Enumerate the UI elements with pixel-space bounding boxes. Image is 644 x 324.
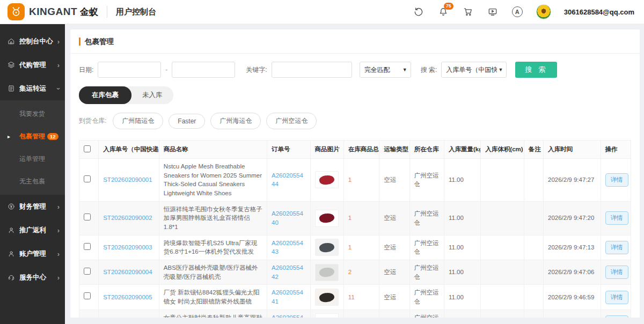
row-checkbox[interactable]: [84, 268, 91, 275]
user-email[interactable]: 3061628584@qq.com: [564, 8, 634, 16]
in-stock-quantity[interactable]: 1: [343, 201, 379, 235]
in-stock-quantity[interactable]: 11: [343, 285, 379, 310]
row-select-cell: [79, 310, 99, 318]
product-image-cell: [310, 310, 343, 318]
row-checkbox[interactable]: [84, 213, 91, 220]
entry-volume: [481, 310, 524, 318]
row-checkbox[interactable]: [84, 175, 91, 182]
sidebar-nav: 控制台中心 › 代购管理 › 集运转运 › 我要发货 ▸ 包裹管理: [0, 24, 65, 324]
chip-guangzhou-sea[interactable]: 广州海运仓: [210, 113, 261, 129]
detail-button[interactable]: 详情: [605, 211, 628, 225]
col-order-no: 订单号: [267, 141, 310, 159]
table-body: ST202602090001 Nstcu Apple Mesh Breathab…: [79, 159, 631, 318]
order-number-link[interactable]: A2602055439: [267, 310, 310, 318]
history-icon[interactable]: [413, 6, 425, 18]
col-entry-time: 入库时间: [544, 141, 601, 159]
actions-cell: 详情: [601, 285, 631, 310]
row-checkbox[interactable]: [84, 243, 91, 250]
match-mode-select[interactable]: 完全匹配 ▼: [360, 62, 411, 78]
tab-not-arrived[interactable]: 未入库: [131, 86, 173, 104]
row-checkbox[interactable]: [84, 292, 91, 299]
entry-number-link[interactable]: ST202602090004: [99, 260, 159, 285]
sidebar-item-finance[interactable]: 财务管理 ›: [0, 195, 65, 218]
sidebar-item-promotion-rebate[interactable]: 推广返利 ›: [0, 218, 65, 242]
submenu-item-i-want-to-ship[interactable]: 我要发货: [0, 102, 65, 125]
in-stock-quantity[interactable]: 1: [343, 310, 379, 318]
product-image[interactable]: [315, 239, 339, 256]
cart-icon[interactable]: [462, 6, 474, 18]
in-stock-quantity[interactable]: 2: [343, 260, 379, 285]
col-actions: 操作: [601, 141, 631, 159]
chip-faster[interactable]: Faster: [169, 114, 205, 129]
entry-time: 2026/2/9 9:46:59: [544, 285, 601, 310]
entry-number-link[interactable]: ST202602090007: [99, 310, 159, 318]
entry-number-link[interactable]: ST202602090001: [99, 159, 159, 202]
detail-button[interactable]: 详情: [605, 315, 628, 318]
entry-weight: 11.00: [444, 201, 480, 235]
submenu-item-unclaimed-packages[interactable]: 无主包裹: [0, 170, 65, 193]
date-from-input[interactable]: [98, 62, 161, 78]
product-image-cell: [310, 159, 343, 202]
sidebar-item-purchasing[interactable]: 代购管理 ›: [0, 53, 65, 77]
keyword-input[interactable]: [272, 62, 352, 78]
detail-button[interactable]: 详情: [605, 241, 628, 254]
product-image[interactable]: [315, 289, 339, 306]
product-image[interactable]: [315, 264, 339, 281]
remark: [524, 310, 543, 318]
tab-in-warehouse[interactable]: 在库包裹: [79, 86, 131, 104]
table-header-row: 入库单号（中国快递单号） 商品名称 订单号 商品图片 在库商品总数 运输类型 所…: [79, 141, 631, 159]
table-row: ST202602090003 跨境爆款智能手机S25 Ultra厂家现货6.8寸…: [79, 235, 631, 260]
order-number-link[interactable]: A2602055443: [267, 235, 310, 260]
entry-time: 2026/2/9 9:46:52: [544, 310, 601, 318]
sidebar-item-service-center[interactable]: 服务中心 ›: [0, 266, 65, 289]
detail-button[interactable]: 详情: [605, 266, 628, 279]
in-stock-quantity[interactable]: 1: [343, 235, 379, 260]
search-button[interactable]: 搜 索: [515, 62, 557, 78]
product-image-cell: [310, 201, 343, 235]
video-icon[interactable]: [487, 6, 499, 18]
order-number-link[interactable]: A2602055444: [267, 159, 310, 202]
entry-number-link[interactable]: ST202602090005: [99, 285, 159, 310]
app-window: KINGANT 金蚁 用户控制台 75 A 3061628584@qq.com: [0, 0, 644, 324]
order-number-link[interactable]: A2602055441: [267, 285, 310, 310]
chevron-right-icon: ›: [57, 226, 60, 234]
top-header: KINGANT 金蚁 用户控制台 75 A 3061628584@qq.com: [0, 0, 644, 24]
sidebar-item-console-center[interactable]: 控制台中心 ›: [0, 30, 65, 53]
actions-cell: 详情: [601, 260, 631, 285]
table-row: ST202602090001 Nstcu Apple Mesh Breathab…: [79, 159, 631, 202]
product-image[interactable]: [315, 210, 339, 227]
remark: [524, 260, 543, 285]
date-to-input[interactable]: [172, 62, 235, 78]
entry-volume: [481, 285, 524, 310]
detail-button[interactable]: 详情: [605, 291, 628, 304]
sidebar-item-consolidation[interactable]: 集运转运 ›: [0, 77, 65, 100]
product-image[interactable]: [315, 171, 339, 188]
search-type-select[interactable]: 入库单号（中国快递单号） ▼: [441, 62, 507, 78]
brand-logo[interactable]: [8, 3, 25, 20]
date-range-separator: -: [165, 66, 167, 73]
chip-guangzhou-land[interactable]: 广州陆运仓: [113, 113, 163, 129]
order-number-link[interactable]: A2602055440: [267, 201, 310, 235]
chevron-right-icon: ›: [57, 38, 60, 46]
product-image[interactable]: [315, 313, 339, 318]
keyword-label: 关键字:: [246, 65, 267, 75]
submenu-item-waybill-management[interactable]: 运单管理: [0, 148, 65, 170]
submenu-item-package-management[interactable]: ▸ 包裹管理 12: [0, 125, 65, 148]
col-entry-no: 入库单号（中国快递单号）: [99, 141, 159, 159]
entry-number-link[interactable]: ST202602090002: [99, 201, 159, 235]
assistant-icon[interactable]: A: [511, 6, 523, 18]
user-avatar[interactable]: [536, 4, 551, 19]
notifications-bell-icon[interactable]: 75: [437, 6, 449, 18]
package-status-tabs: 在库包裹 未入库: [79, 86, 173, 104]
entry-weight: 11.00: [444, 235, 480, 260]
entry-number-link[interactable]: ST202602090003: [99, 235, 159, 260]
sidebar-item-account-management[interactable]: 账户管理 ›: [0, 242, 65, 266]
detail-button[interactable]: 详情: [605, 173, 628, 187]
chip-guangzhou-air[interactable]: 广州空运仓: [266, 113, 317, 129]
user-icon: [8, 250, 15, 257]
package-count-badge: 12: [47, 133, 58, 140]
select-all-checkbox[interactable]: [84, 145, 91, 152]
tabs-row: 在库包裹 未入库: [70, 85, 640, 104]
in-stock-quantity[interactable]: 1: [343, 159, 379, 202]
order-number-link[interactable]: A2602055442: [267, 260, 310, 285]
